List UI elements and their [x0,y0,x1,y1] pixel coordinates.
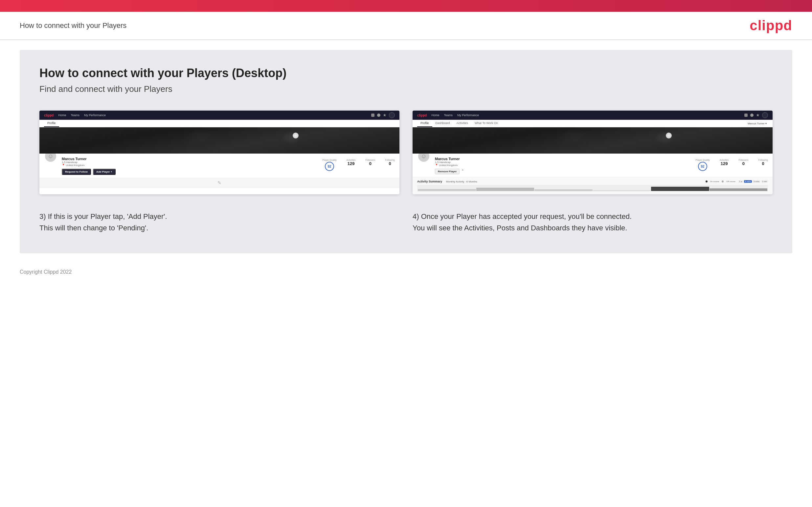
mini-banner-1 [39,127,399,154]
activity-period: Monthly Activity · 6 Months [446,180,477,183]
mini-logo-1: clippd [44,114,54,117]
player-name-1: Marcus Turner [62,157,318,161]
close-icon: ✕ [461,169,464,174]
profile-info-2: Marcus Turner 1-5 Handicap 📍 United King… [435,156,691,174]
add-player-button[interactable]: Add Player + [93,169,116,175]
top-bar [0,0,812,12]
player-dropdown[interactable]: Marcus Turner ▾ [748,122,768,125]
banner-circle-1 [293,132,299,138]
mini-buttons-2: Remove Player ✕ [435,169,691,174]
mini-profile-1: ☺ Marcus Turner 1-5 Handicap 📍 United Ki… [39,154,399,177]
mini-app-1: clippd Home Teams My Performance Profile [39,111,399,188]
activity-chart [417,185,768,192]
activities-stat-2: Activities 129 [720,159,729,166]
gear-icon-2 [756,114,759,117]
user-icon-1 [377,114,380,117]
period-3mths[interactable]: 3 mths [753,180,760,183]
mini-tabs-1: Profile [39,120,399,127]
tab-profile-1[interactable]: Profile [44,120,59,127]
chart-bar-6 [710,188,768,191]
mini-logo-2: clippd [417,114,427,117]
banner-circle-2 [666,132,672,138]
globe-icon-1 [389,112,395,118]
mini-profile-2: ☺ Marcus Turner 1-5 Handicap 📍 United Ki… [413,154,773,177]
mini-nav-teams-2: Teams [444,114,453,117]
quality-circle-1: 92 [325,162,334,171]
chart-bar-5 [651,187,709,191]
mini-navbar-2: clippd Home Teams My Performance [413,111,773,120]
content-heading: How to connect with your Players (Deskto… [39,66,773,80]
activity-summary: Activity Summary Monthly Activity · 6 Mo… [413,177,773,194]
mini-nav-icons-1 [371,112,395,118]
step-3-description: 3) If this is your Player tap, 'Add Play… [39,211,399,234]
player-handicap-1: 1-5 Handicap [62,161,318,164]
followers-stat-1: Followers 0 [365,159,375,166]
tab-whattoworkon-2[interactable]: What To Work On [471,120,501,127]
mini-navbar-1: clippd Home Teams My Performance [39,111,399,120]
globe-icon-2 [762,112,768,118]
content-subheading: Find and connect with your Players [39,84,773,94]
mini-tabs-2: Profile Dashboard Activities What To Wor… [413,120,773,127]
avatar-icon-1: ☺ [48,153,54,160]
mini-banner-2 [413,127,773,154]
off-course-legend [722,180,724,182]
mini-nav-performance-1: My Performance [84,114,106,117]
player-name-2: Marcus Turner [435,157,691,161]
golf-bg-2 [413,127,773,154]
activities-stat-1: Activities 129 [347,159,356,166]
mini-app-2: clippd Home Teams My Performance Profile [413,111,773,194]
location-pin-icon-2: 📍 [435,164,438,167]
step-descriptions: 3) If this is your Player tap, 'Add Play… [39,211,773,234]
tab-dashboard-2[interactable]: Dashboard [432,120,453,127]
activity-title: Activity Summary [417,180,442,183]
mini-nav-performance-2: My Performance [457,114,479,117]
header: How to connect with your Players clippd [0,12,812,40]
player-location-2: 📍 United Kingdom [435,164,691,167]
logo: clippd [750,18,792,34]
following-stat-1: Following 0 [385,159,395,166]
period-1yr[interactable]: 1 yr [738,180,743,183]
tab-activities-2[interactable]: Activities [453,120,472,127]
period-1mth[interactable]: 1 mth [761,180,768,183]
quality-circle-2: 92 [698,162,707,171]
avatar-icon-2: ☺ [421,153,427,160]
remove-player-button[interactable]: Remove Player [435,169,460,174]
screenshot-1: clippd Home Teams My Performance Profile [39,111,399,194]
activity-header: Activity Summary Monthly Activity · 6 Mo… [417,180,768,183]
gear-icon-1 [383,114,386,117]
search-icon-2 [744,114,748,117]
chart-bar-1 [418,189,476,191]
quality-stat-2: Player Quality 92 [695,159,710,171]
player-location-1: 📍 United Kingdom [62,164,318,167]
profile-info-1: Marcus Turner 1-5 Handicap 📍 United King… [62,156,318,175]
period-buttons: 1 yr 6 mths 3 mths 1 mth [738,180,768,183]
location-pin-icon-1: 📍 [62,164,65,167]
screenshots-row: clippd Home Teams My Performance Profile [39,111,773,194]
screenshot-2: clippd Home Teams My Performance Profile [413,111,773,194]
chart-bar-3 [535,189,593,191]
step-4-description: 4) Once your Player has accepted your re… [413,211,773,234]
search-icon-1 [371,114,374,117]
scroll-indicator-1: ✎ [39,177,399,188]
mini-nav-icons-2 [744,112,768,118]
mini-nav-teams-1: Teams [70,114,80,117]
user-icon-2 [750,114,754,117]
mini-stats-2: Player Quality 92 Activities 129 Followe… [695,156,768,171]
tab-profile-2[interactable]: Profile [417,120,432,127]
period-6mths[interactable]: 6 mths [744,180,752,183]
mini-buttons-1: Request to Follow Add Player + [62,169,318,175]
mini-stats-1: Player Quality 92 Activities 129 Followe… [322,156,395,171]
chart-bar-4 [593,190,651,191]
copyright-text: Copyright Clippd 2022 [20,269,71,275]
player-handicap-2: 1-5 Handicap [435,161,691,164]
content-area: How to connect with your Players (Deskto… [20,50,792,253]
scroll-icon-1: ✎ [217,180,221,185]
chart-bar-2 [476,188,535,191]
request-follow-button[interactable]: Request to Follow [62,169,91,175]
mini-nav-home-2: Home [431,114,439,117]
golf-bg-1 [39,127,399,154]
page-title: How to connect with your Players [20,21,126,30]
quality-stat-1: Player Quality 92 [322,159,337,171]
footer: Copyright Clippd 2022 [0,263,812,281]
mini-nav-home-1: Home [58,114,66,117]
